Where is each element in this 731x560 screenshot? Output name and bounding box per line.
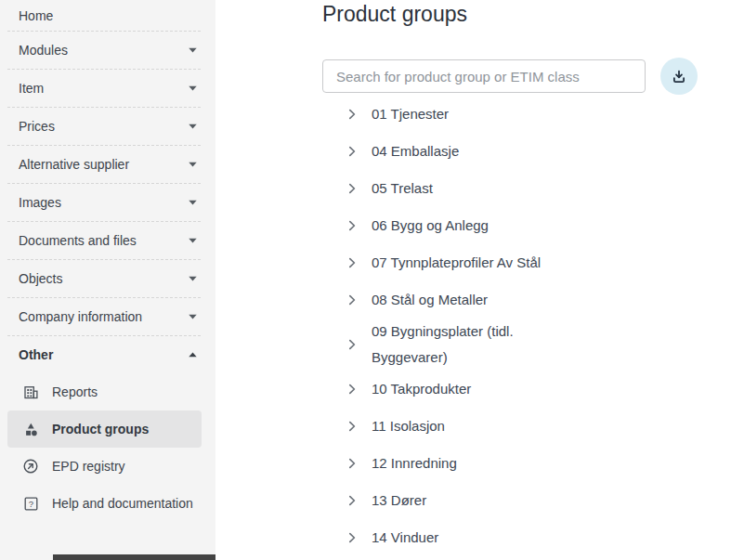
sidebar-item-home[interactable]: Home [7, 0, 201, 32]
sidebar-item-modules[interactable]: Modules [7, 32, 201, 70]
tree-item-09-bygningsplater-tidl-byggevarer[interactable]: 09 Bygningsplater (tidl. Byggevarer) [322, 319, 731, 371]
sidebar-item-company-information[interactable]: Company information [7, 298, 201, 336]
tree-item-11-isolasjon[interactable]: 11 Isolasjon [322, 408, 731, 445]
chevron-right-icon [345, 419, 359, 434]
app-root: HomeModulesItemPricesAlternative supplie… [0, 0, 731, 560]
tree-item-label: 14 Vinduer [372, 525, 438, 551]
sidebar-item-label: Company information [19, 309, 142, 324]
chevron-right-icon [345, 530, 359, 545]
chevron-down-icon [189, 238, 197, 243]
tree-item-label: 07 Tynnplateprofiler Av Stål [372, 250, 541, 276]
download-icon [671, 68, 687, 85]
main-content: Product groups 01 Tjenester04 Emballasje… [322, 0, 731, 556]
tree-item-08-st-l-og-metaller[interactable]: 08 Stål og Metaller [322, 281, 731, 319]
sidebar-item-item[interactable]: Item [7, 70, 201, 108]
tree-item-07-tynnplateprofiler-av-st-l[interactable]: 07 Tynnplateprofiler Av Stål [322, 244, 731, 281]
tree-item-label: 05 Trelast [372, 176, 433, 202]
tree-item-label: 10 Takprodukter [372, 376, 471, 402]
sidebar-item-label: Documents and files [19, 233, 137, 248]
sidebar-item-label: Other [19, 347, 53, 362]
tree-item-12-innredning[interactable]: 12 Innredning [322, 445, 731, 482]
tree-item-01-tjenester[interactable]: 01 Tjenester [322, 96, 731, 133]
chevron-down-icon [189, 47, 197, 53]
search-input[interactable] [322, 59, 646, 93]
tree-item-label: 08 Stål og Metaller [372, 287, 488, 313]
tree-item-13-d-rer[interactable]: 13 Dører [322, 482, 731, 519]
sidebar-item-label: Alternative supplier [19, 157, 129, 172]
chevron-down-icon [189, 200, 197, 205]
tree-item-05-trelast[interactable]: 05 Trelast [322, 170, 731, 207]
sidebar-item-label: Item [19, 81, 44, 96]
tree-item-04-emballasje[interactable]: 04 Emballasje [322, 133, 731, 170]
horizontal-scrollbar-thumb[interactable] [53, 554, 215, 560]
chevron-down-icon [189, 162, 197, 167]
sidebar-item-epd-registry[interactable]: EPD registry [7, 448, 202, 485]
chevron-right-icon [345, 255, 359, 270]
chevron-right-icon [345, 456, 359, 471]
chevron-down-icon [189, 276, 197, 281]
tree-item-10-takprodukter[interactable]: 10 Takprodukter [322, 371, 731, 408]
product-group-list: 01 Tjenester04 Emballasje05 Trelast06 By… [322, 96, 731, 556]
tree-item-06-bygg-og-anlegg[interactable]: 06 Bygg og Anlegg [322, 207, 731, 244]
sidebar-item-label: Images [19, 195, 61, 210]
chevron-right-icon [345, 337, 359, 352]
arrow-up-right-circle-icon [22, 458, 39, 475]
tree-item-label: 04 Emballasje [372, 138, 459, 164]
chevron-right-icon [345, 181, 359, 196]
chevron-right-icon [345, 493, 359, 508]
sidebar-nav: HomeModulesItemPricesAlternative supplie… [0, 0, 215, 522]
sidebar-item-images[interactable]: Images [7, 184, 201, 222]
tree-item-label: 06 Bygg og Anlegg [372, 213, 489, 239]
sidebar-item-product-groups[interactable]: Product groups [7, 410, 202, 448]
sidebar-item-label: Prices [19, 119, 55, 134]
chevron-right-icon [345, 144, 359, 159]
sidebar-item-documents-and-files[interactable]: Documents and files [7, 222, 201, 260]
svg-text:?: ? [28, 499, 33, 509]
sidebar-item-label: Modules [19, 43, 68, 58]
download-button[interactable] [660, 58, 698, 95]
page-title: Product groups [322, 0, 731, 27]
question-square-icon: ? [22, 495, 39, 512]
tree-item-label: 01 Tjenester [372, 101, 449, 127]
sidebar-item-objects[interactable]: Objects [7, 260, 201, 298]
search-row [322, 58, 731, 95]
reports-icon [22, 384, 39, 400]
chevron-right-icon [345, 382, 359, 397]
sidebar-subitem-label: Reports [52, 384, 98, 399]
sidebar-item-prices[interactable]: Prices [7, 108, 201, 146]
tree-item-label: 11 Isolasjon [372, 413, 445, 439]
tree-item-label: 13 Dører [372, 488, 426, 514]
sidebar-item-label: Objects [19, 271, 62, 286]
tree-item-label: 09 Bygningsplater (tidl. Byggevarer) [372, 319, 581, 371]
chevron-right-icon [345, 218, 359, 233]
chevron-right-icon [345, 293, 359, 307]
chevron-down-icon [189, 314, 197, 319]
chevron-down-icon [189, 124, 197, 129]
chevron-up-icon [189, 352, 197, 358]
sidebar-item-other[interactable]: Other [7, 336, 201, 373]
sidebar-subitem-label: Product groups [52, 422, 149, 436]
tree-item-14-vinduer[interactable]: 14 Vinduer [322, 519, 731, 556]
sidebar-subitem-label: EPD registry [52, 459, 125, 474]
sidebar: HomeModulesItemPricesAlternative supplie… [0, 0, 215, 560]
chevron-down-icon [189, 85, 197, 91]
sidebar-item-help-and-documentation[interactable]: ?Help and documentation [7, 485, 202, 522]
tree-item-label: 12 Innredning [372, 450, 457, 476]
shapes-icon [22, 421, 39, 437]
chevron-right-icon [345, 107, 359, 122]
sidebar-item-label: Home [19, 8, 53, 23]
sidebar-item-reports[interactable]: Reports [7, 373, 202, 410]
sidebar-subitem-label: Help and documentation [52, 496, 193, 511]
sidebar-item-alternative-supplier[interactable]: Alternative supplier [7, 146, 201, 184]
